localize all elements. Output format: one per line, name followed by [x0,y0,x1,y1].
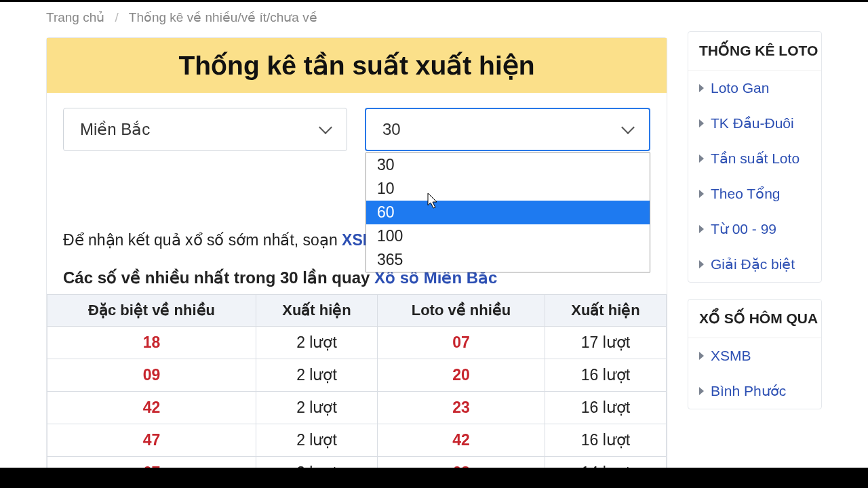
sidebar-box-today: XỔ SỐ HÔM QUA XSMB Bình Phước [688,299,822,409]
sidebar-box-loto: THỐNG KÊ LOTO Loto Gan TK Đầu-Đuôi Tần s… [688,31,822,283]
sidebar-link[interactable]: Giải Đặc biệt [711,256,795,272]
caret-right-icon [699,84,704,92]
cell: 23 [378,392,545,424]
sidebar-title: XỔ SỐ HÔM QUA [688,300,821,338]
breadcrumb-sep: / [115,10,119,24]
th-0: Đặc biệt về nhiều [47,295,256,327]
cell: 2 lượt [256,424,378,457]
caret-right-icon [699,352,704,360]
sidebar-link[interactable]: Theo Tổng [711,186,781,202]
sidebar-item[interactable]: Tần suất Loto [688,141,821,176]
cell: 09 [47,359,256,392]
cell: 2 lượt [256,359,378,392]
caret-right-icon [699,260,704,268]
stats-table: Đặc biệt về nhiều Xuất hiện Loto về nhiề… [47,294,667,488]
sidebar-item[interactable]: Loto Gan [688,70,821,106]
breadcrumb-current: Thống kê về nhiều/về ít/chưa về [129,10,317,24]
caret-right-icon [699,387,704,395]
sidebar-item[interactable]: Bình Phước [688,373,821,409]
caret-right-icon [699,190,704,198]
sidebar-link[interactable]: TK Đầu-Đuôi [711,115,794,131]
breadcrumb: Trang chủ / Thống kê về nhiều/về ít/chưa… [46,5,667,25]
sidebar: THỐNG KÊ LOTO Loto Gan TK Đầu-Đuôi Tần s… [688,5,822,488]
caret-right-icon [699,155,704,163]
caret-right-icon [699,225,704,233]
cell: 2 lượt [256,327,378,359]
sidebar-link[interactable]: Loto Gan [711,80,769,96]
th-3: Xuất hiện [545,295,666,327]
subheading-prefix: Các số về nhiều nhất trong 30 lần quay [63,268,374,287]
caret-right-icon [699,119,704,127]
cell: 07 [378,327,545,359]
chevron-down-icon [621,121,635,134]
controls-row: Miền Bắc 30 30 10 60 100 365 [47,93,667,155]
table-row: 42 2 lượt 23 16 lượt [47,392,667,424]
table-row: 47 2 lượt 42 16 lượt [47,424,667,457]
cell: 47 [47,424,256,457]
count-option-30[interactable]: 30 [366,153,650,177]
count-option-100[interactable]: 100 [366,224,650,248]
sidebar-link[interactable]: Bình Phước [711,383,786,399]
count-select-value: 30 [382,120,401,139]
count-select[interactable]: 30 [365,108,650,151]
main-card: Thống kê tần suất xuất hiện Miền Bắc 30 … [46,37,667,488]
page-title: Thống kê tần suất xuất hiện [54,50,660,81]
cell: 16 lượt [545,424,666,457]
count-option-10[interactable]: 10 [366,177,650,201]
cell: 16 lượt [545,359,666,392]
chevron-down-icon [319,121,332,134]
th-2: Loto về nhiều [378,295,545,327]
cell: 42 [378,424,545,457]
breadcrumb-home[interactable]: Trang chủ [46,10,104,24]
sidebar-link[interactable]: Tần suất Loto [711,150,800,167]
cell: 16 lượt [545,392,666,424]
cell: 2 lượt [256,392,378,424]
th-1: Xuất hiện [256,295,378,327]
cell: 42 [47,392,256,424]
table-row: 09 2 lượt 20 16 lượt [47,359,667,392]
count-select-dropdown: 30 10 60 100 365 [366,152,650,272]
cursor-icon [427,193,439,212]
info-prefix: Để nhận kết quả xổ số sớm nhất, soạn [63,231,342,249]
sidebar-item[interactable]: Giải Đặc biệt [688,247,821,282]
sidebar-title: THỐNG KÊ LOTO [688,32,821,70]
sidebar-link[interactable]: XSMB [711,348,751,364]
sidebar-item[interactable]: TK Đầu-Đuôi [688,106,821,141]
sidebar-item[interactable]: XSMB [688,338,821,373]
title-band: Thống kê tần suất xuất hiện [47,38,667,93]
sidebar-item[interactable]: Từ 00 - 99 [688,211,821,247]
sidebar-link[interactable]: Từ 00 - 99 [711,221,776,237]
count-option-365[interactable]: 365 [366,248,650,272]
region-select[interactable]: Miền Bắc [63,108,347,151]
region-select-value: Miền Bắc [80,120,150,139]
cell: 17 lượt [545,327,666,359]
sidebar-item[interactable]: Theo Tổng [688,176,821,211]
cell: 20 [378,359,545,392]
table-row: 18 2 lượt 07 17 lượt [47,327,667,359]
count-option-60[interactable]: 60 [366,201,650,224]
cell: 18 [47,327,256,359]
